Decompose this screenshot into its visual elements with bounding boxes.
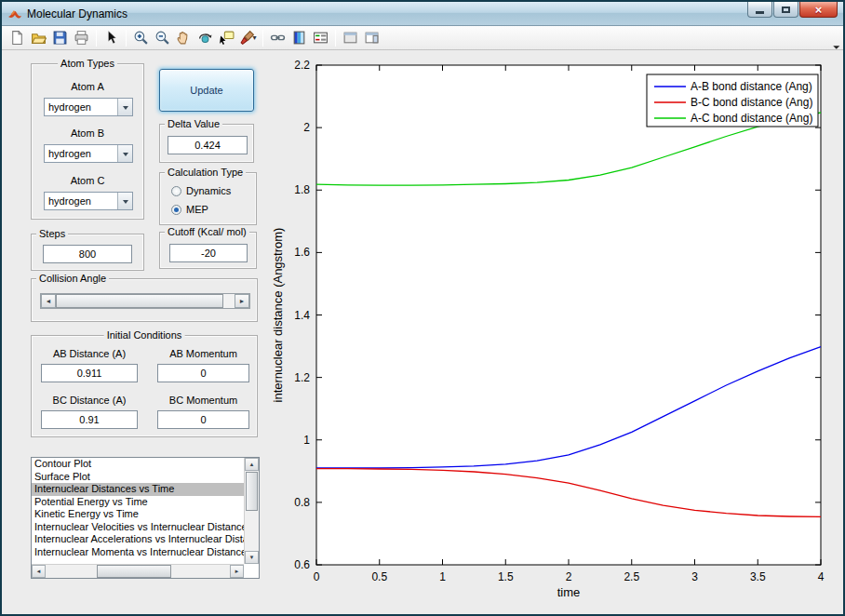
show-plot-tools-button[interactable] — [361, 28, 382, 48]
y-axis-label: internuclear distance (Angstrom) — [271, 228, 285, 403]
update-button[interactable]: Update — [159, 69, 254, 112]
hide-plot-tools-button[interactable] — [340, 28, 361, 48]
plot-type-listbox[interactable]: Contour PlotSurface PlotInternuclear Dis… — [31, 457, 260, 579]
dynamics-radio[interactable]: Dynamics — [171, 185, 231, 196]
bc-distance-input[interactable] — [41, 410, 138, 429]
y-tick-label: 2.2 — [294, 59, 310, 72]
insert-colorbar-button[interactable] — [288, 28, 310, 48]
collision-angle-slider[interactable]: ◄ ► — [40, 293, 250, 309]
initial-conditions-panel: Initial Conditions AB Distance (A) AB Mo… — [31, 335, 258, 437]
atom-a-dropdown-button[interactable] — [117, 99, 132, 115]
list-item[interactable]: Internuclear Velocities vs Internuclear … — [32, 521, 244, 534]
atom-c-dropdown-button[interactable] — [117, 193, 132, 209]
maximize-button[interactable] — [773, 2, 798, 18]
dynamics-radio-label: Dynamics — [186, 185, 231, 196]
ab-momentum-input[interactable] — [157, 364, 249, 382]
delta-value-input[interactable] — [168, 136, 248, 154]
new-figure-button[interactable] — [7, 28, 28, 48]
ab-distance-label: AB Distance (A) — [41, 348, 138, 359]
edit-plot-button[interactable] — [101, 28, 122, 48]
atom-b-select[interactable]: hydrogen — [44, 144, 133, 163]
slider-track[interactable] — [223, 294, 235, 308]
listbox-horizontal-scrollbar[interactable]: ◄ ► — [32, 564, 244, 578]
bc-distance-label: BC Distance (A) — [41, 395, 138, 406]
titlebar[interactable]: Molecular Dynamics × — [2, 2, 843, 26]
atom-a-value: hydrogen — [45, 99, 117, 115]
atom-c-value: hydrogen — [45, 193, 117, 209]
pan-hand-icon — [176, 30, 192, 46]
minimize-button[interactable] — [747, 2, 772, 18]
y-tick-label: 0.6 — [294, 558, 310, 571]
rotate-3d-button[interactable] — [194, 28, 216, 48]
pan-button[interactable] — [173, 28, 194, 48]
zoom-out-button[interactable] — [152, 28, 173, 48]
atom-b-label: Atom B — [32, 127, 143, 139]
y-tick-label: 1.8 — [294, 183, 310, 196]
new-figure-icon — [9, 30, 25, 46]
steps-input[interactable] — [43, 245, 132, 263]
horizontal-scroll-thumb[interactable] — [97, 565, 171, 578]
mep-radio[interactable]: MEP — [171, 204, 208, 215]
open-file-button[interactable] — [28, 28, 49, 48]
edit-plot-pointer-icon — [103, 30, 119, 46]
slider-left-arrow-icon[interactable]: ◄ — [41, 294, 56, 308]
vertical-scroll-thumb[interactable] — [246, 472, 258, 511]
panel-title: Steps — [36, 228, 68, 239]
zoom-in-button[interactable] — [130, 28, 152, 48]
list-item[interactable]: Internuclear Momenta vs Internuclear Dis… — [32, 546, 244, 559]
list-item[interactable]: Internuclear Distances vs Time — [32, 483, 244, 496]
list-item[interactable]: Contour Plot — [32, 458, 244, 471]
atom-a-select[interactable]: hydrogen — [44, 98, 133, 116]
rotate-3d-icon — [197, 30, 213, 46]
save-figure-button[interactable] — [49, 28, 71, 48]
brush-data-button[interactable]: ▾ — [237, 28, 259, 48]
app-window: Molecular Dynamics × — [0, 0, 845, 616]
toolbar-separator — [335, 30, 336, 47]
print-figure-button[interactable] — [71, 28, 92, 48]
ab-momentum-label: AB Momentum — [157, 348, 249, 359]
x-tick-label: 1.5 — [498, 570, 514, 583]
atom-b-dropdown-button[interactable] — [117, 145, 132, 162]
listbox-vertical-scrollbar[interactable]: ▲ ▼ — [244, 458, 259, 564]
data-cursor-button[interactable] — [216, 28, 237, 48]
toolbar-separator — [126, 30, 127, 47]
y-tick-label: 1.6 — [294, 246, 310, 259]
bc-momentum-input[interactable] — [157, 410, 249, 429]
x-tick-label: 3 — [691, 570, 698, 583]
list-item[interactable]: Potential Energy vs Time — [32, 496, 244, 509]
panel-title: Atom Types — [58, 58, 117, 69]
delta-value-panel: Delta Value — [159, 124, 254, 163]
y-tick-label: 1.4 — [294, 309, 310, 322]
legend-label: A-C bond distance (Ang) — [691, 112, 812, 125]
insert-legend-button[interactable] — [310, 28, 331, 48]
list-item[interactable]: Surface Plot — [32, 471, 244, 484]
atom-b-value: hydrogen — [45, 145, 117, 162]
scroll-left-icon[interactable]: ◄ — [32, 565, 46, 578]
list-item[interactable]: Kinetic Energy vs Time — [32, 508, 244, 521]
insert-colorbar-icon — [291, 30, 307, 46]
panel-title: Calculation Type — [165, 167, 246, 178]
link-plots-button[interactable] — [267, 28, 288, 48]
ab-distance-input[interactable] — [41, 364, 138, 382]
legend-label: A-B bond distance (Ang) — [691, 80, 812, 93]
listbox-items: Contour PlotSurface PlotInternuclear Dis… — [32, 458, 244, 564]
scroll-up-icon[interactable]: ▲ — [245, 458, 259, 471]
cutoff-input[interactable] — [169, 244, 248, 262]
toolbar-separator — [96, 30, 97, 47]
scroll-down-icon[interactable]: ▼ — [245, 551, 259, 564]
open-file-icon — [31, 30, 47, 46]
atom-c-select[interactable]: hydrogen — [44, 192, 133, 210]
toolbar-overflow-icon[interactable] — [830, 39, 840, 49]
zoom-out-icon — [154, 30, 170, 46]
toolbar-separator — [262, 30, 263, 47]
slider-thumb[interactable] — [56, 294, 223, 308]
atom-types-panel: Atom Types Atom A hydrogen Atom B hydrog… — [31, 63, 144, 220]
x-axis-label: time — [557, 585, 581, 599]
list-item[interactable]: Internuclear Accelerations vs Internucle… — [32, 533, 244, 546]
close-button[interactable]: × — [799, 2, 838, 18]
atom-a-label: Atom A — [32, 81, 143, 92]
calculation-type-panel: Calculation Type Dynamics MEP — [159, 172, 257, 225]
scroll-right-icon[interactable]: ► — [230, 565, 244, 578]
slider-right-arrow-icon[interactable]: ► — [235, 294, 249, 308]
print-figure-icon — [74, 30, 89, 46]
